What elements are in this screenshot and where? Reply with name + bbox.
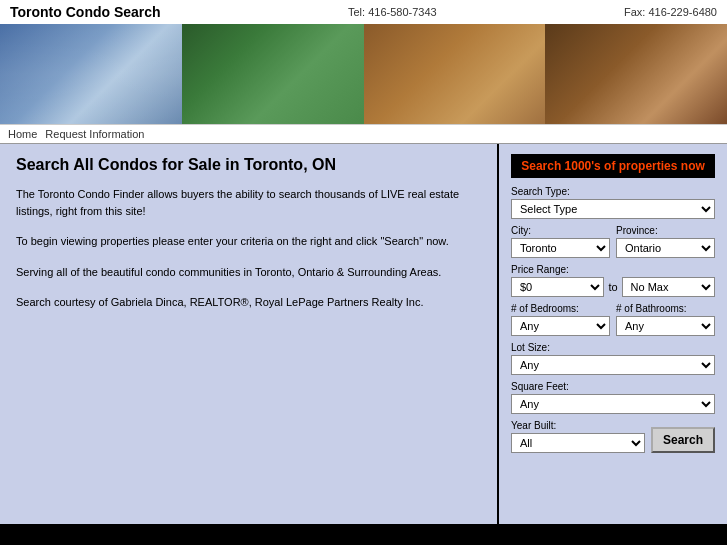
province-select[interactable]: Ontario British Columbia Quebec (616, 238, 715, 258)
bathrooms-select[interactable]: Any 1 2 3 4+ (616, 316, 715, 336)
city-province-row: City: Toronto Mississauga Brampton Provi… (511, 225, 715, 258)
lot-size-label: Lot Size: (511, 342, 715, 353)
province-col: Province: Ontario British Columbia Quebe… (616, 225, 715, 258)
year-built-select[interactable]: All 2000+ 2005+ 2010+ 2015+ (511, 433, 645, 453)
price-min-select[interactable]: $0 $50,000 $100,000 $200,000 (511, 277, 604, 297)
city-col: City: Toronto Mississauga Brampton (511, 225, 610, 258)
price-range-label: Price Range: (511, 264, 715, 275)
banner-image-1 (0, 24, 182, 124)
bathrooms-label: # of Bathrooms: (616, 303, 715, 314)
search-panel: Search 1000's of properties now Search T… (497, 144, 727, 524)
description-paragraph-1: The Toronto Condo Finder allows buyers t… (16, 186, 481, 219)
bedrooms-label: # of Bedrooms: (511, 303, 610, 314)
city-select[interactable]: Toronto Mississauga Brampton (511, 238, 610, 258)
fax-number: Fax: 416-229-6480 (624, 6, 717, 18)
search-button[interactable]: Search (651, 427, 715, 453)
description-paragraph-2: To begin viewing properties please enter… (16, 233, 481, 250)
sqft-select[interactable]: Any 500-800 800-1200 1200+ (511, 394, 715, 414)
main-content: Search All Condos for Sale in Toronto, O… (0, 144, 727, 524)
banner-images (0, 24, 727, 124)
price-to-label: to (608, 281, 617, 293)
site-logo: Toronto Condo Search (10, 4, 161, 20)
price-max-select[interactable]: No Max $300,000 $500,000 $1,000,000 (622, 277, 715, 297)
year-search-row: Year Built: All 2000+ 2005+ 2010+ 2015+ … (511, 420, 715, 453)
page-title: Search All Condos for Sale in Toronto, O… (16, 156, 481, 174)
bedrooms-col: # of Bedrooms: Any 1 2 3 4+ (511, 303, 610, 336)
navigation-bar: Home Request Information (0, 124, 727, 144)
banner-image-2 (182, 24, 364, 124)
year-built-label: Year Built: (511, 420, 645, 431)
page-footer (0, 524, 727, 534)
sqft-row: Square Feet: Any 500-800 800-1200 1200+ (511, 381, 715, 414)
search-type-label: Search Type: (511, 186, 715, 197)
bedrooms-select[interactable]: Any 1 2 3 4+ (511, 316, 610, 336)
province-label: Province: (616, 225, 715, 236)
banner-image-3 (364, 24, 546, 124)
city-label: City: (511, 225, 610, 236)
price-inputs: $0 $50,000 $100,000 $200,000 to No Max $… (511, 277, 715, 297)
search-type-select[interactable]: Select Type Residential Condo Commercial (511, 199, 715, 219)
banner-image-4 (545, 24, 727, 124)
search-type-row: Search Type: Select Type Residential Con… (511, 186, 715, 219)
panel-title: Search 1000's of properties now (511, 154, 715, 178)
left-content: Search All Condos for Sale in Toronto, O… (0, 144, 497, 524)
bed-bath-row: # of Bedrooms: Any 1 2 3 4+ # of Bathroo… (511, 303, 715, 336)
bathrooms-col: # of Bathrooms: Any 1 2 3 4+ (616, 303, 715, 336)
nav-home[interactable]: Home (8, 128, 37, 140)
sqft-label: Square Feet: (511, 381, 715, 392)
price-range-row: Price Range: $0 $50,000 $100,000 $200,00… (511, 264, 715, 297)
year-built-col: Year Built: All 2000+ 2005+ 2010+ 2015+ (511, 420, 645, 453)
description-paragraph-4: Search courtesy of Gabriela Dinca, REALT… (16, 294, 481, 311)
phone-number: Tel: 416-580-7343 (348, 6, 437, 18)
nav-request-information[interactable]: Request Information (45, 128, 144, 140)
page-header: Toronto Condo Search Tel: 416-580-7343 F… (0, 0, 727, 24)
lot-size-select[interactable]: Any Small Medium Large (511, 355, 715, 375)
lot-size-row: Lot Size: Any Small Medium Large (511, 342, 715, 375)
description-paragraph-3: Serving all of the beautiful condo commu… (16, 264, 481, 281)
